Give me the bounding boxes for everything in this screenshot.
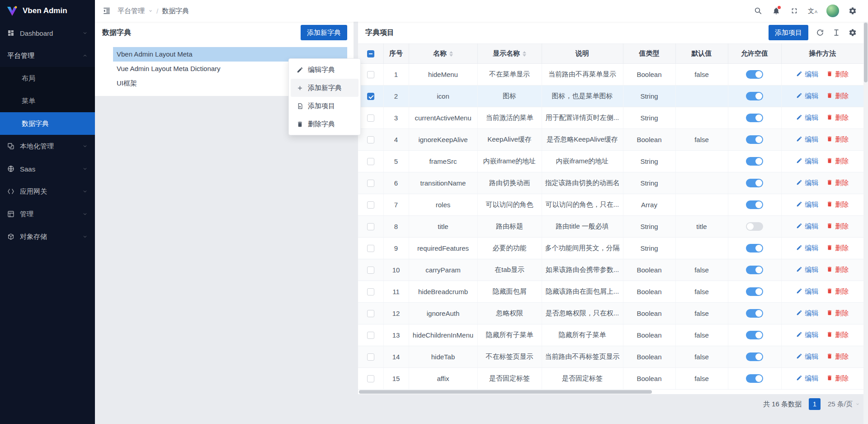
row-checkbox[interactable] xyxy=(367,114,374,122)
edit-link[interactable]: 编辑 xyxy=(796,222,818,231)
edit-link[interactable]: 编辑 xyxy=(796,200,818,209)
context-menu-item-delete-dictionary[interactable]: 删除字典 xyxy=(291,115,359,133)
row-height-icon[interactable] xyxy=(832,28,841,37)
allow-null-toggle[interactable] xyxy=(746,200,763,209)
edit-link[interactable]: 编辑 xyxy=(796,287,818,296)
allow-null-toggle[interactable] xyxy=(746,374,763,383)
add-dictionary-button[interactable]: 添加新字典 xyxy=(301,25,347,40)
row-checkbox[interactable] xyxy=(367,353,374,361)
select-all-checkbox[interactable] xyxy=(367,50,374,57)
allow-null-toggle[interactable] xyxy=(746,353,763,361)
sidebar-subitem-data-dictionary[interactable]: 数据字典 xyxy=(0,112,95,135)
allow-null-toggle[interactable] xyxy=(746,309,763,318)
edit-link[interactable]: 编辑 xyxy=(796,244,818,252)
logo[interactable]: Vben Admin xyxy=(0,0,95,22)
sidebar-item-saas[interactable]: Saas xyxy=(0,157,95,180)
row-checkbox[interactable] xyxy=(367,310,374,317)
add-item-button[interactable]: 添加项目 xyxy=(769,25,808,40)
allow-null-toggle[interactable] xyxy=(746,114,763,122)
edit-link[interactable]: 编辑 xyxy=(796,179,818,187)
column-header-name[interactable]: 名称 xyxy=(409,44,477,64)
edit-link[interactable]: 编辑 xyxy=(796,92,818,100)
edit-link[interactable]: 编辑 xyxy=(796,266,818,274)
delete-link[interactable]: 删除 xyxy=(826,114,849,122)
delete-link[interactable]: 删除 xyxy=(826,200,849,209)
page-number-button[interactable]: 1 xyxy=(809,398,821,410)
table-settings-gear-icon[interactable] xyxy=(848,28,857,37)
allow-null-toggle[interactable] xyxy=(746,222,763,231)
delete-link[interactable]: 删除 xyxy=(826,179,849,187)
edit-link[interactable]: 编辑 xyxy=(796,114,818,122)
allow-null-toggle[interactable] xyxy=(746,244,763,252)
avatar[interactable] xyxy=(826,5,839,17)
page-size-select[interactable]: 25 条/页 xyxy=(828,400,860,409)
edit-link[interactable]: 编辑 xyxy=(796,374,818,383)
allow-null-toggle[interactable] xyxy=(746,331,763,339)
refresh-icon[interactable] xyxy=(816,28,825,37)
delete-link[interactable]: 删除 xyxy=(826,374,849,383)
delete-link[interactable]: 删除 xyxy=(826,222,849,231)
row-checkbox[interactable] xyxy=(367,158,374,165)
sidebar-item-gateway[interactable]: 应用网关 xyxy=(0,180,95,203)
menu-fold-icon[interactable] xyxy=(102,6,111,15)
notification-bell-icon[interactable] xyxy=(772,6,781,15)
horizontal-scrollbar-thumb[interactable] xyxy=(359,390,652,394)
breadcrumb-item-platform[interactable]: 平台管理 xyxy=(118,7,145,15)
delete-link[interactable]: 删除 xyxy=(826,135,849,144)
fullscreen-icon[interactable] xyxy=(790,6,799,15)
page-scrollbar[interactable] xyxy=(863,22,868,424)
delete-link[interactable]: 删除 xyxy=(826,92,849,100)
allow-null-toggle[interactable] xyxy=(746,135,763,144)
allow-null-toggle[interactable] xyxy=(746,157,763,166)
row-checkbox[interactable] xyxy=(367,93,374,100)
edit-link[interactable]: 编辑 xyxy=(796,309,818,318)
allow-null-toggle[interactable] xyxy=(746,70,763,79)
sidebar-item-manage[interactable]: 管理 xyxy=(0,203,95,225)
row-checkbox[interactable] xyxy=(367,180,374,187)
delete-link[interactable]: 删除 xyxy=(826,157,849,166)
sidebar-item-storage[interactable]: 对象存储 xyxy=(0,225,95,248)
context-menu-item-edit-dictionary[interactable]: 编辑字典 xyxy=(291,61,359,79)
page-scrollbar-thumb[interactable] xyxy=(864,23,868,82)
sidebar-subitem-layout[interactable]: 布局 xyxy=(0,67,95,90)
row-checkbox[interactable] xyxy=(367,288,374,295)
delete-link[interactable]: 删除 xyxy=(826,353,849,361)
row-checkbox[interactable] xyxy=(367,201,374,209)
row-checkbox[interactable] xyxy=(367,245,374,252)
edit-link[interactable]: 编辑 xyxy=(796,353,818,361)
row-checkbox[interactable] xyxy=(367,223,374,230)
sidebar-item-dashboard[interactable]: Dashboard xyxy=(0,22,95,44)
sort-icon[interactable] xyxy=(449,51,453,57)
delete-link[interactable]: 删除 xyxy=(826,309,849,318)
edit-link[interactable]: 编辑 xyxy=(796,157,818,166)
horizontal-scrollbar[interactable] xyxy=(358,390,863,394)
allow-null-toggle[interactable] xyxy=(746,92,763,100)
delete-link[interactable]: 删除 xyxy=(826,331,849,339)
row-checkbox[interactable] xyxy=(367,136,374,143)
delete-link[interactable]: 删除 xyxy=(826,70,849,79)
sidebar-subitem-menu[interactable]: 菜单 xyxy=(0,90,95,112)
row-checkbox[interactable] xyxy=(367,375,374,382)
delete-link[interactable]: 删除 xyxy=(826,244,849,252)
breadcrumb-item-current[interactable]: 数据字典 xyxy=(162,7,189,15)
settings-gear-icon[interactable] xyxy=(848,6,857,15)
edit-link[interactable]: 编辑 xyxy=(796,135,818,144)
sidebar-item-platform[interactable]: 平台管理 xyxy=(0,44,95,67)
column-header-display-name[interactable]: 显示名称 xyxy=(477,44,542,64)
sidebar-item-localization[interactable]: 本地化管理 xyxy=(0,135,95,157)
sort-icon[interactable] xyxy=(523,51,526,57)
edit-link[interactable]: 编辑 xyxy=(796,331,818,339)
context-menu-item-add-item[interactable]: 添加项目 xyxy=(291,97,359,115)
row-checkbox[interactable] xyxy=(367,267,374,274)
context-menu-item-add-new-dictionary[interactable]: 添加新字典 xyxy=(291,79,359,97)
allow-null-toggle[interactable] xyxy=(746,179,763,187)
translate-icon[interactable]: 文A xyxy=(808,8,817,14)
row-checkbox[interactable] xyxy=(367,332,374,339)
row-checkbox[interactable] xyxy=(367,71,374,78)
delete-link[interactable]: 删除 xyxy=(826,287,849,296)
allow-null-toggle[interactable] xyxy=(746,266,763,274)
delete-link[interactable]: 删除 xyxy=(826,266,849,274)
search-icon[interactable] xyxy=(754,6,763,15)
edit-link[interactable]: 编辑 xyxy=(796,70,818,79)
allow-null-toggle[interactable] xyxy=(746,287,763,296)
